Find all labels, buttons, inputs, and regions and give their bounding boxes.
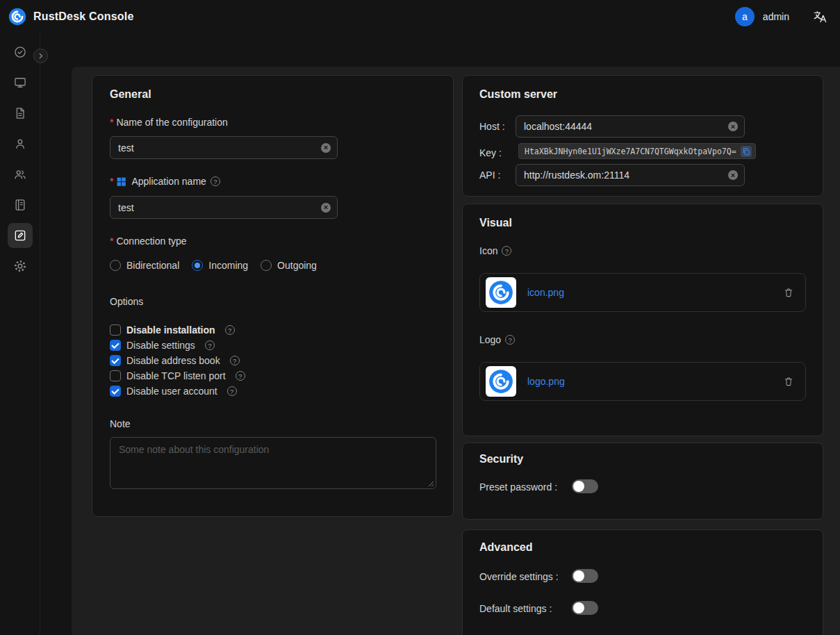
clear-icon[interactable] (321, 203, 331, 213)
toggle-knob (573, 481, 584, 492)
security-card: Security Preset password : (462, 443, 823, 520)
sidebar-item-custom-clients[interactable] (8, 223, 33, 248)
option-disable-installation[interactable]: Disable installation (110, 324, 245, 336)
sidebar-item-logs[interactable] (8, 192, 33, 217)
sidebar-item-status[interactable] (8, 40, 33, 65)
brand: RustDesk Console (8, 8, 134, 26)
app-title: RustDesk Console (33, 10, 134, 23)
key-label: Key : (479, 147, 502, 158)
clear-icon[interactable] (728, 122, 738, 131)
checkbox[interactable] (110, 324, 121, 336)
avatar[interactable]: a (735, 7, 755, 26)
checkbox-label: Disable TCP listen port (126, 370, 226, 381)
radio-outgoing[interactable]: Outgoing (261, 260, 317, 271)
user-menu[interactable]: a admin (735, 7, 789, 26)
edit-square-icon (13, 229, 27, 242)
api-input[interactable] (516, 170, 744, 181)
help-icon[interactable] (236, 371, 245, 381)
preset-password-label: Preset password : (479, 481, 557, 493)
checkbox-label: Disable user account (126, 386, 217, 397)
config-name-label-text: Name of the configuration (116, 117, 227, 128)
help-icon[interactable] (225, 325, 235, 335)
sidebar-item-groups[interactable] (8, 162, 33, 187)
copy-icon[interactable] (741, 146, 752, 157)
connection-type-label-text: Connection type (116, 236, 186, 247)
checkbox-label: Disable settings (126, 340, 195, 351)
help-icon[interactable] (211, 176, 220, 186)
option-disable-user-account[interactable]: Disable user account (110, 386, 245, 397)
delete-icon[interactable] (783, 287, 794, 298)
config-name-input[interactable] (110, 142, 337, 154)
api-label: API : (479, 170, 500, 181)
application-name-input-wrap (110, 196, 338, 219)
logo-label-text: Logo (479, 334, 501, 345)
user-icon (13, 137, 27, 151)
topbar: RustDesk Console a admin (0, 0, 840, 33)
content-panel: General * Name of the configuration * Ap… (72, 67, 840, 635)
toggle-knob (573, 602, 584, 613)
sidebar-item-settings[interactable] (8, 254, 33, 279)
option-disable-address-book[interactable]: Disable address book (110, 355, 245, 366)
checkbox-label: Disable address book (126, 355, 220, 366)
logo-preview (486, 366, 516, 397)
logo-label: Logo (479, 334, 515, 345)
icon-upload-box: icon.png (479, 273, 806, 312)
host-input[interactable] (516, 121, 744, 132)
icon-file-link[interactable]: icon.png (527, 287, 564, 298)
radio-control (110, 260, 121, 271)
checkbox[interactable] (110, 355, 121, 366)
config-name-label: * Name of the configuration (110, 117, 228, 128)
required-mark: * (110, 117, 113, 128)
document-icon (13, 106, 27, 120)
note-textarea[interactable] (110, 437, 436, 489)
rustdesk-console-screen: RustDesk Console a admin (0, 0, 840, 635)
rustdesk-logo-icon (8, 8, 26, 26)
checkbox[interactable] (110, 340, 121, 351)
required-mark: * (110, 236, 113, 247)
topbar-right: a admin (735, 7, 827, 26)
circle-check-icon (13, 45, 27, 59)
language-icon[interactable] (813, 10, 827, 24)
options-label: Options (110, 296, 143, 307)
preset-password-toggle[interactable] (572, 479, 598, 493)
sidebar (0, 33, 40, 635)
option-disable-tcp-listen-port[interactable]: Disable TCP listen port (110, 370, 245, 381)
help-icon[interactable] (205, 340, 215, 350)
chevron-right-icon (37, 52, 44, 60)
application-name-label: * Application name (110, 176, 220, 187)
clear-icon[interactable] (321, 143, 331, 153)
help-icon[interactable] (502, 246, 511, 256)
radio-label: Incoming (208, 260, 248, 271)
logo-file-link[interactable]: logo.png (527, 376, 565, 387)
users-icon (13, 167, 27, 181)
general-card: General * Name of the configuration * Ap… (92, 75, 454, 517)
general-title: General (110, 88, 151, 101)
sidebar-item-devices[interactable] (8, 70, 33, 95)
radio-label: Bidirectional (126, 260, 179, 271)
default-settings-toggle[interactable] (572, 601, 598, 615)
help-icon[interactable] (230, 356, 240, 365)
override-settings-toggle[interactable] (572, 569, 598, 583)
gear-icon (13, 259, 27, 273)
checkbox[interactable] (110, 386, 121, 397)
clear-icon[interactable] (728, 170, 738, 180)
connection-type-label: * Connection type (110, 236, 187, 247)
radio-control (192, 260, 203, 271)
radio-bidirectional[interactable]: Bidirectional (110, 260, 179, 271)
sidebar-collapse-button[interactable] (33, 49, 48, 63)
application-name-input[interactable] (110, 202, 337, 213)
api-input-wrap (516, 164, 745, 186)
custom-server-card: Custom server Host : Key : HtaXBkJNHyn0e… (462, 75, 823, 197)
sidebar-item-users[interactable] (8, 131, 33, 156)
radio-incoming[interactable]: Incoming (192, 260, 248, 271)
visual-title: Visual (479, 217, 512, 229)
checkbox[interactable] (110, 370, 121, 381)
option-disable-settings[interactable]: Disable settings (110, 340, 245, 351)
connection-type-radio-group: Bidirectional Incoming Outgoing (110, 260, 317, 271)
sidebar-item-documents[interactable] (8, 101, 33, 126)
help-icon[interactable] (505, 335, 515, 345)
help-icon[interactable] (227, 386, 237, 396)
advanced-card: Advanced Override settings : Default set… (462, 529, 823, 635)
delete-icon[interactable] (783, 376, 794, 387)
required-mark: * (110, 176, 113, 187)
